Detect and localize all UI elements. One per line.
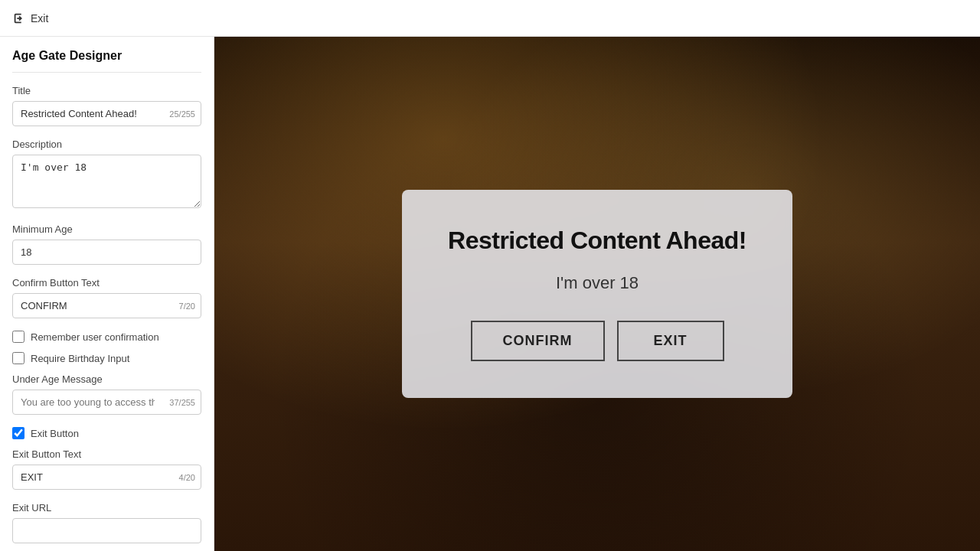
panel-title: Age Gate Designer (12, 49, 201, 73)
confirm-btn-field-group: Confirm Button Text 7/20 (12, 277, 201, 318)
under-age-field-group: Under Age Message 37/255 (12, 373, 201, 415)
modal-exit-button[interactable]: EXIT (617, 321, 724, 361)
remember-checkbox[interactable] (12, 331, 24, 343)
description-field-group: Description I'm over 18 (12, 139, 201, 211)
min-age-label: Minimum Age (12, 223, 201, 235)
top-bar: Exit (0, 0, 980, 37)
title-input-wrap: 25/255 (12, 101, 201, 126)
modal-title: Restricted Content Ahead! (448, 227, 746, 255)
exit-btn-text-label: Exit Button Text (12, 448, 201, 460)
under-age-label: Under Age Message (12, 373, 201, 385)
title-label: Title (12, 85, 201, 96)
exit-button[interactable]: Exit (12, 11, 48, 25)
exit-label: Exit (31, 12, 48, 24)
remember-label: Remember user confirmation (31, 331, 159, 343)
exit-btn-checkbox[interactable] (12, 427, 24, 439)
modal-description: I'm over 18 (448, 273, 746, 293)
birthday-checkbox-row: Require Birthday Input (12, 352, 201, 364)
remember-checkbox-row: Remember user confirmation (12, 331, 201, 343)
modal-buttons: CONFIRM EXIT (448, 321, 746, 361)
confirm-btn-input[interactable] (12, 293, 201, 318)
min-age-input[interactable] (12, 240, 201, 265)
exit-icon (12, 11, 26, 25)
exit-url-input[interactable] (12, 518, 201, 543)
exit-btn-checkbox-row: Exit Button (12, 427, 201, 439)
preview-background: Restricted Content Ahead! I'm over 18 CO… (214, 37, 980, 551)
age-gate-modal: Restricted Content Ahead! I'm over 18 CO… (402, 190, 792, 398)
exit-btn-text-input-wrap: 4/20 (12, 465, 201, 490)
exit-url-field-group: Exit URL (12, 502, 201, 543)
confirm-btn-input-wrap: 7/20 (12, 293, 201, 318)
exit-btn-label: Exit Button (31, 428, 79, 439)
modal-confirm-button[interactable]: CONFIRM (471, 321, 605, 361)
exit-url-input-wrap (12, 518, 201, 543)
title-field-group: Title 25/255 (12, 85, 201, 126)
preview-area: Restricted Content Ahead! I'm over 18 CO… (214, 37, 980, 551)
exit-url-label: Exit URL (12, 502, 201, 514)
under-age-input-wrap: 37/255 (12, 390, 201, 415)
under-age-input[interactable] (12, 390, 201, 415)
min-age-input-wrap (12, 240, 201, 265)
main-content: Age Gate Designer Title 25/255 Descripti… (0, 37, 980, 551)
min-age-field-group: Minimum Age (12, 223, 201, 265)
birthday-label: Require Birthday Input (31, 353, 129, 364)
exit-btn-text-input[interactable] (12, 465, 201, 490)
birthday-checkbox[interactable] (12, 352, 24, 364)
exit-btn-text-field-group: Exit Button Text 4/20 (12, 448, 201, 490)
description-label: Description (12, 139, 201, 150)
confirm-btn-text-label: Confirm Button Text (12, 277, 201, 289)
description-input[interactable]: I'm over 18 (12, 155, 201, 208)
designer-panel: Age Gate Designer Title 25/255 Descripti… (0, 37, 214, 551)
title-input[interactable] (12, 101, 201, 126)
